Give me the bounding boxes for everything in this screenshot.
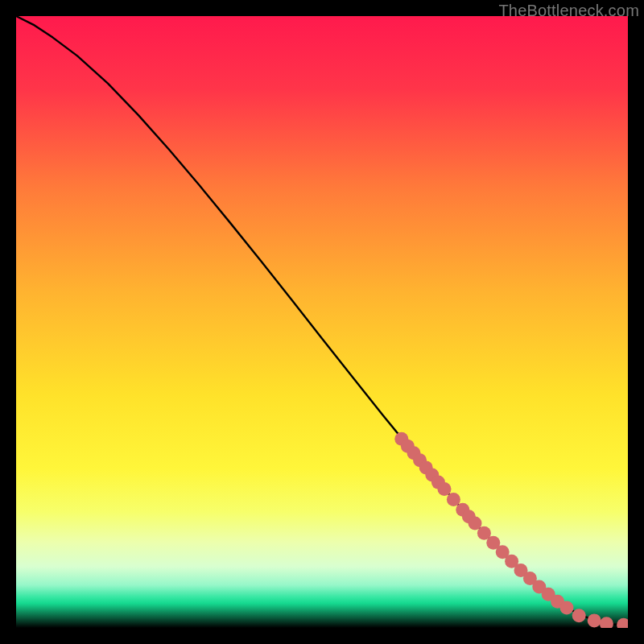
- curve-marker: [588, 613, 601, 627]
- attribution-text: TheBottleneck.com: [498, 2, 639, 20]
- curve-marker: [600, 617, 613, 628]
- curve-marker: [617, 618, 628, 628]
- curve-marker: [560, 601, 574, 614]
- curve-marker: [447, 493, 460, 506]
- curve-marker: [572, 609, 586, 622]
- plot-area: [16, 16, 628, 628]
- curve-markers: [394, 432, 628, 628]
- chart-stage: TheBottleneck.com: [0, 0, 644, 644]
- bottleneck-curve: [16, 16, 628, 625]
- curve-marker: [438, 482, 452, 496]
- curve-overlay: [16, 16, 628, 628]
